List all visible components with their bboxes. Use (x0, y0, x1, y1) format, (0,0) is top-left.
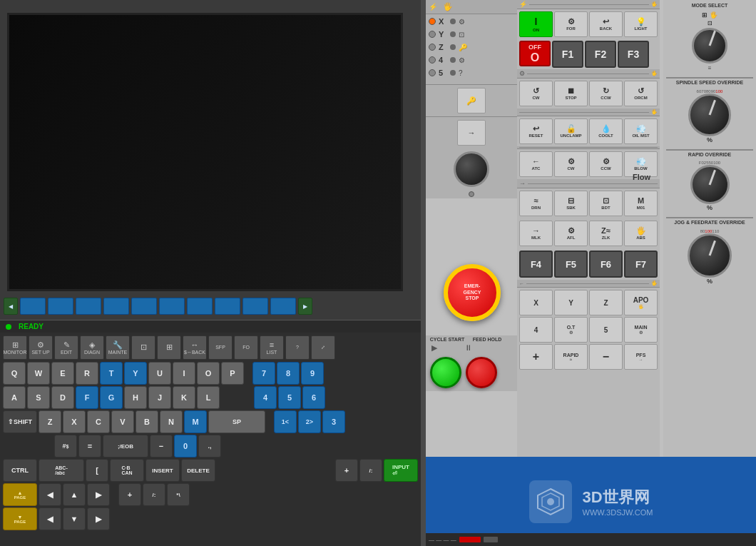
key-a[interactable]: A (3, 386, 26, 409)
mode-select-dial[interactable] (692, 28, 727, 64)
key-g[interactable]: G (100, 386, 123, 409)
key-4[interactable]: 4 (254, 386, 277, 409)
key-lock-btn[interactable]: 🔑 (457, 88, 486, 113)
cycle-start-button[interactable] (430, 357, 461, 388)
reset-button[interactable]: ↩ RESET (519, 118, 553, 144)
key-j[interactable]: J (148, 386, 171, 409)
key-shift[interactable]: ⇧SHIFT (3, 410, 37, 433)
off-button[interactable]: OFF O (519, 41, 551, 66)
key-6[interactable]: 6 (302, 386, 325, 409)
back-btn[interactable]: ↔$↔BACK (183, 335, 207, 360)
key-e[interactable]: E (51, 362, 74, 385)
sbk-button[interactable]: ⊟ SBK (554, 191, 588, 216)
key-0[interactable]: 0 (174, 435, 197, 457)
key-eob[interactable]: ;/EOB (103, 435, 148, 457)
fkey-7[interactable] (187, 298, 213, 315)
f4-button[interactable]: F4 (519, 251, 553, 278)
key-bracket[interactable]: [ (86, 459, 108, 482)
f5-button[interactable]: F5 (554, 251, 588, 278)
fkey-9[interactable] (242, 298, 268, 315)
key-q[interactable]: Q (3, 362, 26, 385)
jog-main-button[interactable]: MAIN ⚙ (624, 317, 658, 343)
f3-button[interactable]: F3 (618, 41, 649, 68)
key-s[interactable]: S (27, 386, 50, 409)
atc-cw-button[interactable]: ⚙ CW (554, 151, 588, 177)
fkey-6[interactable] (159, 298, 185, 315)
list-btn[interactable]: ≡LIST (260, 335, 284, 360)
jog-minus-button[interactable]: − (589, 344, 623, 370)
key-dot[interactable]: ., (198, 435, 221, 457)
jog-plus-button[interactable]: + (519, 344, 553, 370)
key-equals[interactable]: = (78, 435, 101, 457)
key-2[interactable]: 2> (298, 410, 321, 433)
key-7[interactable]: 7 (252, 362, 275, 385)
jog-rapid-button[interactable]: RAPID ≈ (554, 344, 588, 370)
unclamp-button[interactable]: 🔓 UNCLAMP (554, 118, 588, 144)
key-9[interactable]: 9 (301, 362, 324, 385)
mainte-btn[interactable]: 🔧MAINTE (106, 335, 130, 360)
key-page-down[interactable]: ▼PAGE (3, 507, 37, 530)
key-t[interactable]: T (100, 362, 123, 385)
tool-6[interactable]: ⊡ (131, 335, 155, 360)
key-plus2[interactable]: + (118, 483, 141, 506)
key-y[interactable]: Y (124, 362, 147, 385)
key-n[interactable]: N (160, 410, 183, 433)
spindle-override-dial[interactable] (688, 93, 731, 136)
feed-hold-button[interactable] (466, 357, 497, 388)
key-w[interactable]: W (27, 362, 50, 385)
fkey-10[interactable] (270, 298, 296, 315)
key-hash[interactable]: #$ (54, 435, 77, 457)
jog-feedrate-dial[interactable] (688, 233, 732, 278)
key-left[interactable]: ◀ (39, 507, 61, 530)
atc-button[interactable]: ← ATC (519, 151, 553, 177)
fkey-5[interactable] (131, 298, 157, 315)
rapid-override-dial[interactable] (690, 165, 730, 204)
key-abc[interactable]: ABC-/abc (39, 459, 84, 482)
f2-button[interactable]: F2 (585, 41, 616, 68)
key-f[interactable]: F (76, 386, 98, 409)
m01-button[interactable]: M M01 (624, 191, 658, 216)
atc-ccw-button[interactable]: ⚙ CCW (589, 151, 623, 177)
jog-x-button[interactable]: X (519, 290, 553, 315)
jog-pfs-button[interactable]: PFS → (624, 344, 658, 370)
key-m[interactable]: M (184, 410, 207, 433)
jog-y-button[interactable]: Y (554, 290, 588, 315)
key-plus[interactable]: + (335, 459, 358, 482)
fkey-1[interactable] (20, 298, 46, 315)
key-page-up[interactable]: ▲PAGE (3, 483, 37, 506)
setup-btn[interactable]: ⚙SET UP (29, 335, 53, 360)
key-right-nav[interactable]: ▶ (87, 483, 110, 506)
tool-7[interactable]: ⊞ (157, 335, 181, 360)
fkey-4[interactable] (103, 298, 129, 315)
key-right[interactable]: ▶ (87, 507, 110, 530)
help-btn[interactable]: ? (285, 335, 310, 360)
expand-btn[interactable]: ⤢ (311, 335, 335, 360)
key-5[interactable]: 5 (278, 386, 301, 409)
jog-z-button[interactable]: Z (589, 290, 623, 315)
light-button[interactable]: 💡 LIGHT (624, 11, 658, 37)
key-slash-colon[interactable]: /: (359, 459, 382, 482)
key-slash2[interactable]: /: (143, 483, 165, 506)
fkey-left-arrow[interactable]: ◀ (4, 298, 18, 315)
cw-button[interactable]: ↺ CW (519, 81, 553, 106)
key-u[interactable]: U (148, 362, 171, 385)
ccw-button[interactable]: ↻ CCW (589, 81, 623, 106)
key-x[interactable]: X (63, 410, 86, 433)
emergency-stop-button[interactable]: EMER-GENCYSTOP (444, 264, 501, 321)
afl-button[interactable]: ⚙ AFL (554, 221, 588, 246)
f1-button[interactable]: F1 (552, 41, 583, 68)
key-down[interactable]: ▼ (63, 507, 86, 530)
key-b[interactable]: B (136, 410, 158, 433)
key-delete[interactable]: DELETE (181, 459, 215, 482)
for-button[interactable]: ⚙ FOR (554, 11, 588, 37)
key-p[interactable]: P (221, 362, 244, 385)
jog-ot-button[interactable]: O.T ⚙ (554, 317, 588, 343)
jog-5-button[interactable]: 5 (589, 317, 623, 343)
key-o[interactable]: O (197, 362, 220, 385)
key-h[interactable]: H (124, 386, 147, 409)
key-insert[interactable]: INSERT (145, 459, 180, 482)
key-input[interactable]: INPUT⏎ (384, 459, 418, 482)
back-ctrl-button[interactable]: ↩ BACK (589, 11, 623, 37)
bdt-button[interactable]: ⊡ BDT (589, 191, 623, 216)
diagn-btn[interactable]: ◈DIAGN (80, 335, 104, 360)
